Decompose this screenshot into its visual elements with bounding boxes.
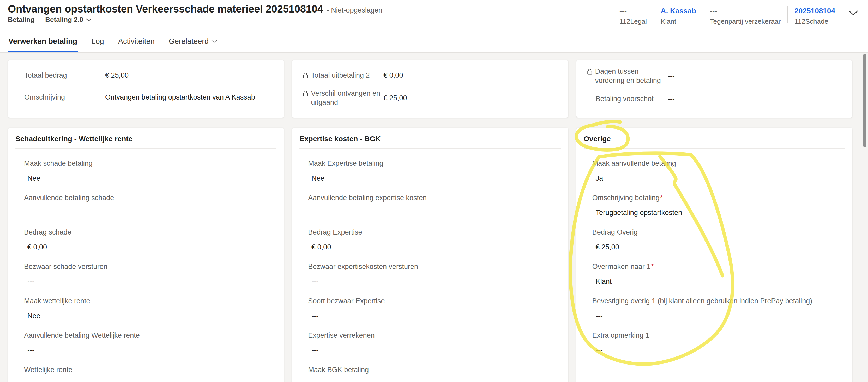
title-row: Ontvangen opstartkosten Verkeersschade m… [8,3,382,15]
card-overige: Overige Maak aanvullende betaling Ja Oms… [576,128,852,382]
lock-icon [303,72,308,79]
required-asterisk: * [660,194,663,202]
field-label: Maak wettelijke rente [24,297,276,305]
field-label: Verschil ontvangen en uitgaand [311,89,383,107]
field-value: € 0,00 [383,71,403,80]
field-bevestiging-overig-1: Bevestiging overig 1 (bij klant alleen g… [592,297,845,320]
summary-label: 112Schade [795,18,835,26]
field-label: Maak BGK betaling [308,366,560,374]
summary-field-tegenpartij: --- Tegenpartij verzekeraar [703,5,788,26]
field-label: Bedrag Overig [592,228,845,236]
field-bezwaar-schade-versturen: Bezwaar schade versturen --- [24,263,276,285]
summary-field-schade: 2025108104 112Schade [788,5,842,26]
field-value[interactable]: --- [592,312,845,320]
field-value[interactable]: Ontvangen betaling opstartkosten van A K… [105,93,255,102]
field-value[interactable]: Terugbetaling opstartkosten [592,209,845,216]
field-value[interactable]: --- [24,209,276,216]
field-label: Betaling voorschot [596,94,654,103]
record-type-label: Betaling [8,15,35,24]
field-totaal-bedrag: Totaal bedrag € 25,00 [16,67,276,84]
summary-label: Tegenpartij verzekeraar [710,18,781,26]
form-selector[interactable]: Betaling 2.0 [45,15,92,24]
field-bedrag-schade: Bedrag schade € 0,00 [24,228,276,251]
field-aanvullende-betaling-schade: Aanvullende betaling schade --- [24,194,276,216]
field-value[interactable]: --- [592,346,845,354]
field-bedrag-expertise: Bedrag Expertise € 0,00 [308,228,560,251]
field-value[interactable]: Nee [24,312,276,320]
field-label: Totaal bedrag [24,71,67,80]
section-title: Expertise kosten - BGK [300,135,560,143]
field-label: Overmaken naar 1* [592,263,845,271]
field-aanvullende-betaling-wettelijke-rente: Aanvullende betaling Wettelijke rente --… [24,332,276,354]
field-value[interactable]: Ja [592,174,845,182]
field-label: Bezwaar expertisekosten versturen [308,263,560,271]
field-value: --- [668,72,675,81]
field-maak-aanvullende-betaling: Maak aanvullende betaling Ja [592,160,845,182]
field-value[interactable]: --- [24,278,276,285]
card-schadeuitkering: Schadeuitkering - Wettelijke rente Maak … [8,128,284,382]
lock-icon [587,69,593,75]
record-header: Ontvangen opstartkosten Verkeersschade m… [0,0,868,53]
field-maak-schade-betaling: Maak schade betaling Nee [24,160,276,182]
field-expertise-verrekenen: Expertise verrekenen --- [308,332,560,354]
field-value[interactable]: --- [308,312,560,320]
card-uitbetaling: Totaal uitbetaling 2 € 0,00 Verschil ont… [292,60,568,118]
field-value[interactable]: € 0,00 [308,243,560,251]
field-value[interactable]: --- [24,346,276,354]
field-value[interactable]: Nee [24,174,276,182]
field-value[interactable]: --- [308,209,560,216]
field-value: € 25,00 [383,94,407,103]
field-label: Aanvullende betaling expertise kosten [308,194,560,202]
summary-label: Klant [661,18,696,26]
field-value[interactable]: Nee [308,174,560,182]
field-totaal-uitbetaling-2: Totaal uitbetaling 2 € 0,00 [300,67,560,84]
vertical-scrollbar[interactable] [863,54,866,147]
field-label: Bezwaar schade versturen [24,263,276,271]
card-dagen: Dagen tussen vordering en betaling --- B… [576,60,852,118]
field-maak-expertise-betaling: Maak Expertise betaling Nee [308,160,560,182]
form-body: Totaal bedrag € 25,00 Omschrijving Ontva… [0,53,868,382]
field-value[interactable]: € 0,00 [24,243,276,251]
klant-link[interactable]: A. Kassab [661,7,696,15]
field-value[interactable]: Klant [592,278,845,285]
header-summary: --- 112Legal A. Kassab Klant --- Tegenpa… [613,5,859,26]
card-expertise-bgk: Expertise kosten - BGK Maak Expertise be… [292,128,568,382]
chevron-down-icon [211,40,217,43]
form-selector-label: Betaling 2.0 [45,15,83,24]
tab-activiteiten[interactable]: Activiteiten [118,37,155,53]
field-label: Dagen tussen vordering en betaling [595,67,668,85]
field-omschrijving: Omschrijving Ontvangen betaling opstartk… [16,89,276,106]
field-label: Bedrag Expertise [308,228,560,236]
field-overmaken-naar-1: Overmaken naar 1* Klant [592,263,845,285]
field-value[interactable]: --- [308,346,560,354]
field-value[interactable]: € 25,00 [592,243,845,251]
field-label: Totaal uitbetaling 2 [311,71,370,80]
field-bezwaar-expertisekosten: Bezwaar expertisekosten versturen --- [308,263,560,285]
field-value[interactable]: € 25,00 [105,71,129,80]
field-label: Aanvullende betaling schade [24,194,276,202]
field-bedrag-overig: Bedrag Overig € 25,00 [592,228,845,251]
field-value[interactable]: --- [668,94,675,103]
field-label: Soort bezwaar Expertise [308,297,560,305]
tab-gerelateerd[interactable]: Gerelateerd [168,37,218,53]
field-label: Omschrijving [24,93,65,102]
summary-label: 112Legal [619,18,647,26]
schade-link[interactable]: 2025108104 [795,7,835,15]
expand-header-chevron-icon[interactable] [848,10,859,16]
section-title: Schadeuitkering - Wettelijke rente [16,135,276,143]
field-omschrijving-betaling: Omschrijving betaling* Terugbetaling ops… [592,194,845,216]
summary-field-112legal: --- 112Legal [613,5,654,26]
tab-verwerken-betaling[interactable]: Verwerken betaling [8,37,78,53]
breadcrumb: Betaling · Betaling 2.0 [8,15,92,24]
field-maak-wettelijke-rente: Maak wettelijke rente Nee [24,297,276,320]
field-label: Expertise verrekenen [308,332,560,339]
lock-icon [303,91,308,97]
field-verschil-ontvangen-uitgaand: Verschil ontvangen en uitgaand € 25,00 [300,89,560,107]
field-value[interactable]: --- [308,278,560,285]
field-value[interactable]: € 0,00 [24,381,276,382]
field-wettelijke-rente: Wettelijke rente € 0,00 [24,366,276,382]
tab-log[interactable]: Log [91,37,104,53]
save-status: - Niet-opgeslagen [327,6,382,14]
page-title: Ontvangen opstartkosten Verkeersschade m… [8,3,323,15]
field-label: Bedrag schade [24,228,276,236]
